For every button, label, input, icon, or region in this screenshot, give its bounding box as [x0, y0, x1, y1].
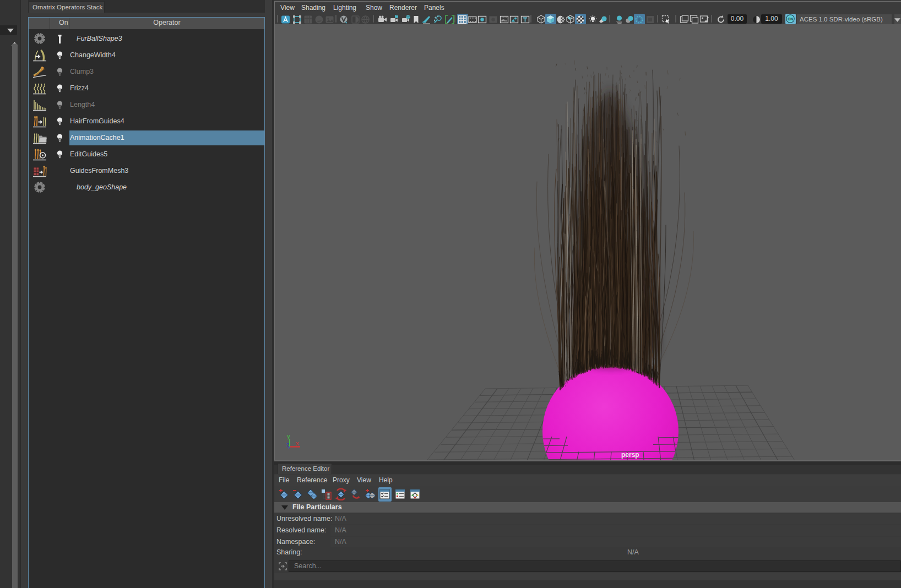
svg-text:ON: ON [788, 17, 793, 21]
svg-text:x: x [296, 440, 299, 447]
svg-text:z: z [286, 442, 289, 448]
svg-text:y: y [287, 433, 290, 439]
svg-text:persp: persp [621, 451, 639, 459]
